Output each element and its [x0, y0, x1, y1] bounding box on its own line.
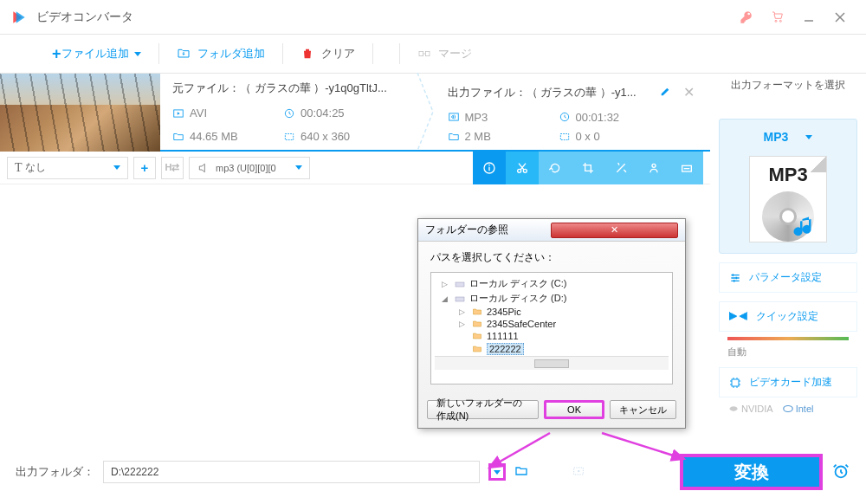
- ok-button[interactable]: OK: [544, 400, 604, 419]
- dialog-title: フォルダーの参照: [425, 223, 551, 237]
- video-thumbnail[interactable]: [0, 74, 160, 152]
- source-format: AVI: [190, 107, 207, 120]
- merge-button[interactable]: マージ: [400, 35, 489, 73]
- tree-item[interactable]: 111111: [435, 330, 669, 342]
- svg-rect-22: [732, 379, 739, 386]
- trash-icon: [301, 47, 314, 61]
- remove-item-icon[interactable]: ✕: [680, 81, 698, 104]
- svg-line-2: [836, 13, 844, 22]
- path-dropdown-button[interactable]: [488, 463, 506, 481]
- quick-label: クイック設定: [756, 309, 818, 324]
- audio-track-select[interactable]: mp3 (U[0][0][0: [189, 157, 310, 179]
- minimize-button[interactable]: [793, 4, 824, 30]
- folder-icon: [471, 319, 483, 329]
- media-info-button[interactable]: [473, 152, 506, 184]
- format-name: MP3: [764, 130, 789, 144]
- slider-auto-label: 自動: [719, 346, 857, 359]
- convert-button[interactable]: 変換: [680, 454, 823, 490]
- svg-point-23: [783, 406, 792, 412]
- add-subtitle-button[interactable]: +: [133, 157, 156, 179]
- source-size: 44.65 MB: [190, 130, 238, 143]
- new-folder-button[interactable]: 新しいフォルダーの作成(N): [427, 400, 539, 419]
- browse-folder-icon[interactable]: [514, 464, 528, 481]
- side-panel: 出力フォーマットを選択 MP3 MP3 パラメータ設定 ⯈⯇ クイック設定 自動…: [719, 78, 857, 420]
- params-button[interactable]: パラメータ設定: [719, 262, 857, 293]
- cut-button[interactable]: [506, 152, 539, 184]
- clear-label: クリア: [321, 46, 355, 61]
- disc-icon: [762, 191, 814, 242]
- rotate-button[interactable]: [539, 152, 572, 184]
- drive-icon: [454, 279, 466, 289]
- horizontal-scrollbar[interactable]: [435, 356, 669, 370]
- output-duration: 00:01:32: [576, 111, 620, 124]
- item-action-bar: T なし + H⇄ mp3 (U[0][0][0: [0, 152, 710, 184]
- folder-icon: [471, 307, 483, 317]
- app-title: ビデオコンバータ: [36, 10, 731, 25]
- bottom-bar: 出力フォルダ： D:\222222 変換: [16, 454, 850, 490]
- subtitle-value: なし: [25, 160, 46, 175]
- clock-icon: [559, 111, 571, 123]
- register-icon[interactable]: [731, 4, 762, 30]
- chip-icon: [728, 376, 742, 390]
- crop-button[interactable]: [572, 152, 604, 184]
- effects-button[interactable]: [604, 152, 637, 184]
- subtitle-select[interactable]: T なし: [7, 157, 128, 179]
- add-folder-label: フォルダ追加: [197, 46, 265, 61]
- quick-settings-button[interactable]: ⯈⯇ クイック設定: [719, 301, 857, 332]
- format-dropdown[interactable]: MP3: [720, 125, 856, 149]
- cart-icon[interactable]: [762, 4, 793, 30]
- folder-tree[interactable]: ▷ローカル ディスク (C:) ◢ローカル ディスク (D:) ▷2345Pic…: [430, 272, 673, 384]
- open-output-icon[interactable]: [572, 464, 585, 481]
- merge-icon: [417, 47, 431, 61]
- chevron-down-icon: [113, 165, 120, 170]
- schedule-icon[interactable]: [831, 462, 850, 483]
- subtitle-edit-button[interactable]: [670, 152, 703, 184]
- format-selector-box: MP3 MP3: [719, 119, 857, 254]
- folder-icon: [471, 344, 483, 354]
- add-file-label: ファイル追加: [61, 46, 129, 61]
- arrow-separator-icon: [416, 74, 436, 150]
- source-duration: 00:04:25: [301, 107, 345, 120]
- tree-item[interactable]: ▷ローカル ディスク (C:): [435, 276, 669, 291]
- add-file-button[interactable]: + ファイル追加: [35, 35, 158, 73]
- tree-item[interactable]: ▷2345Pic: [435, 306, 669, 318]
- audio-value: mp3 (U[0][0][0: [216, 163, 276, 173]
- svg-rect-3: [419, 51, 423, 55]
- svg-rect-11: [560, 133, 568, 139]
- close-button[interactable]: [824, 4, 856, 30]
- folder-icon: [471, 331, 483, 341]
- gpu-accel-label: ビデオカード加速: [749, 375, 832, 390]
- video-icon: [172, 107, 184, 120]
- clock-icon: [283, 107, 295, 120]
- chevron-down-icon: [295, 165, 302, 170]
- gpu-accel-toggle[interactable]: ビデオカード加速: [719, 367, 857, 397]
- source-info: 元ファイル：（ ガラスの華 ）-y1q0gTltJ... AVI 00:04:2…: [160, 74, 436, 150]
- edit-pencil-icon[interactable]: [659, 84, 673, 100]
- title-bar: ビデオコンバータ: [0, 0, 866, 35]
- source-filename: 元ファイル：（ ガラスの華 ）-y1q0gTltJ...: [172, 81, 423, 96]
- output-folder-label: 出力フォルダ：: [16, 464, 94, 480]
- output-format: MP3: [465, 111, 488, 124]
- browse-folder-dialog: フォルダーの参照 ✕ パスを選択してください： ▷ローカル ディスク (C:) …: [417, 218, 686, 429]
- intel-logo: Intel: [782, 403, 814, 415]
- tree-item[interactable]: ◢ローカル ディスク (D:): [435, 291, 669, 306]
- output-path-value: D:\222222: [111, 466, 158, 478]
- svg-point-14: [488, 164, 490, 165]
- quality-slider[interactable]: [727, 337, 849, 340]
- mp3-badge-label: MP3: [768, 164, 807, 186]
- output-info: 出力ファイル：（ ガラスの華 ）-y1... ✕ MP3 00:01:32 2 …: [436, 74, 711, 150]
- output-path-input[interactable]: D:\222222: [103, 461, 480, 483]
- cancel-button[interactable]: キャンセル: [610, 400, 676, 419]
- output-size: 2 MB: [465, 130, 491, 143]
- clear-button[interactable]: クリア: [283, 35, 372, 73]
- tree-item[interactable]: ▷2345SafeCenter: [435, 318, 669, 330]
- svg-rect-9: [449, 113, 458, 120]
- add-folder-button[interactable]: フォルダ追加: [159, 35, 282, 73]
- dialog-titlebar[interactable]: フォルダーの参照 ✕: [418, 219, 685, 242]
- tree-item-selected[interactable]: 222222: [435, 342, 669, 356]
- dialog-close-button[interactable]: ✕: [551, 223, 678, 238]
- watermark-button[interactable]: [637, 152, 670, 184]
- swap-button[interactable]: H⇄: [161, 157, 184, 179]
- svg-rect-8: [285, 133, 293, 139]
- convert-label: 変換: [734, 461, 769, 484]
